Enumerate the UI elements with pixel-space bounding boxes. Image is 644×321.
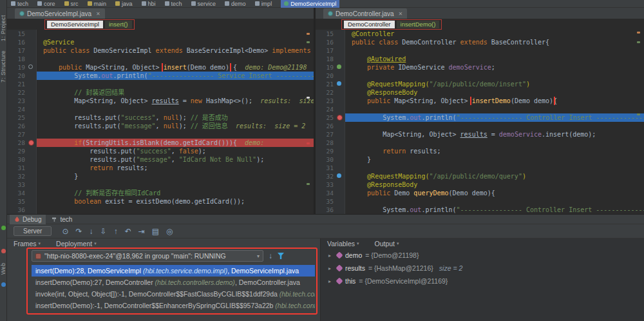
code-text[interactable]: @RequestMapping("/api/public/demo/insert… — [345, 80, 644, 88]
evaluate-expression-icon[interactable]: ▤ — [152, 228, 159, 235]
code-text[interactable] — [345, 122, 644, 130]
code-text[interactable]: public class DemoServiceImpl extends Bas… — [37, 46, 314, 55]
navbar-item[interactable]: hbi — [142, 0, 156, 7]
code-text[interactable]: @Service — [37, 38, 314, 46]
stack-frame-row[interactable]: insert(Demo):28, DemoServiceImpl (hbi.te… — [32, 265, 315, 277]
editor-gutter[interactable]: 29 — [7, 147, 37, 155]
tab-tech[interactable]: tech — [47, 215, 77, 224]
code-text[interactable]: @ResponseBody — [345, 88, 644, 97]
filter-funnel-icon[interactable] — [278, 253, 284, 259]
code-text[interactable] — [345, 105, 644, 113]
code-text[interactable]: results.put("message", "IdCard Not Be Nu… — [37, 155, 314, 164]
editor-gutter[interactable]: 16 — [7, 38, 37, 46]
mute-breakpoints-icon[interactable]: ◎ — [166, 228, 173, 235]
editor-gutter[interactable]: 35 — [316, 197, 345, 206]
code-text[interactable]: if(StringUtils.isBlank(demo.getIdCard())… — [37, 139, 314, 147]
breadcrumb-class[interactable]: DemoController — [344, 21, 395, 28]
thread-selector-dropdown[interactable]: "http-nio-8080-exec-24"@18,962 in group … — [32, 250, 263, 262]
code-text[interactable]: private IDemoService demoService; — [345, 63, 644, 72]
navbar-item[interactable]: tech — [165, 0, 182, 7]
tool-button-web[interactable]: Web — [0, 258, 7, 275]
editor-gutter[interactable]: 19 — [316, 63, 345, 72]
scrollbar-mark[interactable] — [307, 142, 310, 144]
jrebel-tool-icon[interactable] — [1, 282, 6, 287]
editor-gutter[interactable]: 34 — [316, 189, 345, 197]
code-text[interactable]: // 封装返回结果 — [37, 88, 314, 97]
implementing-method-icon[interactable] — [28, 64, 33, 69]
editor-gutter[interactable]: 28 — [7, 139, 37, 147]
breakpoint-icon[interactable] — [337, 115, 343, 121]
code-text[interactable]: System.out.println("---------------- Con… — [345, 206, 644, 214]
editor-gutter[interactable]: 18 — [316, 55, 345, 63]
tool-button-structure[interactable]: 7: Structure — [0, 43, 7, 83]
down-arrow-icon[interactable]: ↓ — [269, 252, 272, 260]
code-text[interactable]: public Demo queryDemo(Demo demo){ — [345, 189, 644, 197]
code-text[interactable] — [345, 46, 644, 55]
scrollbar-mark[interactable] — [637, 41, 640, 43]
breadcrumb-class[interactable]: DemoServiceImpl — [47, 21, 103, 28]
stack-frame-row[interactable]: insertDemo(Demo):27, DemoController (hbi… — [32, 277, 315, 288]
editor-gutter[interactable]: 19 — [7, 63, 37, 72]
code-text[interactable] — [37, 105, 314, 113]
navbar-selected-item[interactable]: DemoServiceImpl — [281, 0, 339, 8]
code-text[interactable]: public Map<String, Object> insertDemo(De… — [345, 97, 644, 105]
expand-arrow-icon[interactable]: ▸ — [328, 266, 334, 271]
code-text[interactable]: System.out.println("---------------- Ser… — [37, 72, 314, 80]
editor-gutter[interactable]: 23 — [7, 97, 37, 105]
editor-gutter[interactable]: 15 — [7, 30, 37, 38]
navbar-item[interactable]: main — [88, 0, 107, 7]
editor-gutter[interactable]: 32 — [7, 172, 37, 180]
editor-gutter[interactable]: 17 — [7, 46, 37, 55]
code-editor-left[interactable]: 1516@Service17public class DemoServiceIm… — [7, 30, 314, 214]
expand-arrow-icon[interactable]: ▸ — [328, 278, 334, 284]
code-text[interactable] — [37, 30, 314, 38]
editor-gutter[interactable]: 34 — [7, 189, 37, 197]
navbar-item[interactable]: tech — [11, 0, 28, 7]
editor-gutter[interactable]: 16 — [316, 38, 345, 46]
code-text[interactable] — [37, 130, 314, 139]
code-text[interactable]: } — [345, 155, 644, 164]
variable-row[interactable]: ▸demo = {Demo@21198} — [321, 249, 644, 262]
close-icon[interactable]: ✕ — [399, 11, 403, 17]
stop-tool-icon[interactable] — [1, 249, 6, 253]
expand-arrow-icon[interactable]: ▸ — [328, 253, 334, 258]
editor-gutter[interactable]: 31 — [7, 164, 37, 172]
code-text[interactable]: boolean exist = existDemo(demo.getIdCard… — [37, 197, 314, 206]
editor-gutter[interactable]: 22 — [7, 88, 37, 97]
editor-gutter[interactable]: 24 — [7, 105, 37, 113]
tab-output[interactable]: Output ▾ — [375, 240, 399, 248]
editor-gutter[interactable]: 28 — [316, 139, 345, 147]
code-text[interactable]: results.put("message", null); // 返回信息 re… — [37, 122, 314, 130]
request-mapping-icon[interactable] — [337, 81, 341, 86]
code-text[interactable]: public Map<String, Object> insert(Demo d… — [37, 63, 314, 72]
tab-frames[interactable]: Frames ▾ — [14, 240, 41, 248]
editor-gutter[interactable]: 18 — [7, 55, 37, 63]
editor-tab-demoserviceimpl[interactable]: DemoServiceImpl.java ✕ — [15, 8, 105, 19]
variable-row[interactable]: ▸results = {HashMap@21216} size = 2 — [321, 262, 644, 275]
editor-gutter[interactable]: 26 — [316, 122, 345, 130]
force-step-into-icon[interactable]: ⇩ — [100, 228, 107, 235]
request-mapping-icon[interactable] — [337, 173, 341, 178]
editor-gutter[interactable]: 25 — [7, 113, 37, 122]
navbar-item[interactable]: impl — [255, 0, 272, 7]
breadcrumb-method[interactable]: insert() — [105, 21, 132, 28]
code-text[interactable] — [345, 197, 644, 206]
scrollbar-mark[interactable] — [307, 183, 310, 185]
scrollbar-mark[interactable] — [637, 32, 640, 34]
code-text[interactable]: public class DemoController extends Base… — [345, 38, 644, 46]
scrollbar-mark[interactable] — [637, 113, 640, 115]
code-text[interactable] — [37, 206, 314, 214]
editor-gutter[interactable]: 24 — [316, 105, 345, 113]
editor-gutter[interactable]: 33 — [7, 180, 37, 189]
navbar-item[interactable]: src — [64, 0, 79, 7]
editor-gutter[interactable]: 25 — [316, 113, 345, 122]
tab-debug[interactable]: Debug — [10, 215, 46, 224]
code-text[interactable] — [345, 72, 644, 80]
scrollbar-mark[interactable] — [307, 33, 310, 35]
show-execution-point-icon[interactable]: ⊙ — [62, 228, 68, 235]
code-text[interactable]: @ResponseBody — [345, 180, 644, 189]
code-text[interactable]: System.out.println("---------------- Con… — [345, 113, 644, 122]
editor-gutter[interactable]: 30 — [316, 155, 345, 164]
editor-gutter[interactable]: 35 — [7, 197, 37, 206]
code-text[interactable] — [37, 180, 314, 189]
